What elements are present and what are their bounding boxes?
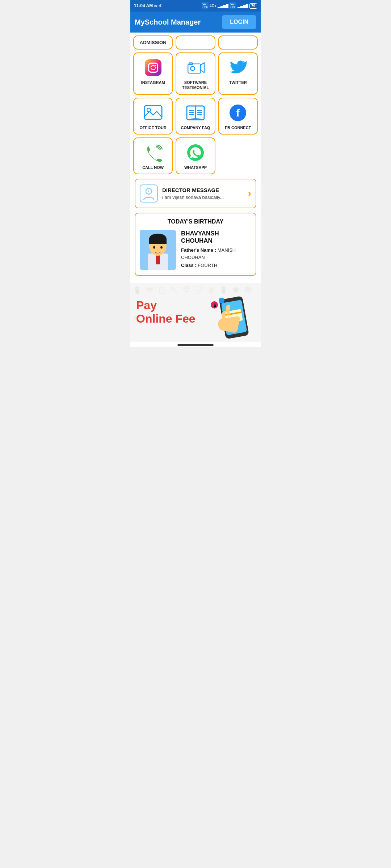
camera-icon-area — [186, 58, 205, 77]
software-testimonial-button[interactable]: SOFTWARETESTIMONIAL — [176, 52, 215, 95]
header: MySchool Manager LOGIN — [130, 12, 261, 33]
instagram-icon — [145, 59, 161, 76]
fb-connect-button[interactable]: f FB CONNECT — [218, 98, 258, 135]
instagram-inner — [148, 63, 158, 73]
software-testimonial-label: SOFTWARETESTIMONIAL — [182, 80, 209, 90]
whatsapp-button[interactable]: WHATSAPP — [176, 137, 215, 174]
sim-icon: ✉ — [154, 4, 157, 8]
chevron-right-icon: › — [248, 188, 251, 199]
svg-rect-22 — [149, 239, 167, 244]
director-title: DIRECTOR MESSAGE — [162, 187, 244, 193]
empty-button-2 — [218, 35, 258, 50]
svg-marker-1 — [201, 63, 204, 72]
student-name: BHAVYANSH CHOUHAN — [181, 230, 251, 244]
class-name: FOURTH — [198, 263, 217, 268]
svg-point-16 — [148, 188, 150, 189]
twitter-button[interactable]: TWITTER — [218, 52, 258, 95]
whatsapp-icon-area — [186, 143, 205, 162]
svg-point-25 — [157, 250, 159, 251]
call-icon: ď — [159, 4, 161, 8]
phone-svg: 📱 — [208, 290, 255, 337]
twitter-icon-area — [228, 58, 247, 77]
book-icon — [186, 105, 205, 121]
director-avatar-icon — [142, 186, 156, 201]
status-bar: 11:04 AM ✉ ď VoLTE 4G+ ▂▄▆█ VoLTE ▂▄▆█ 7… — [130, 0, 261, 12]
instagram-dot — [155, 65, 156, 66]
main-content: ADMISSION INSTAGRAM — [130, 33, 261, 283]
director-avatar — [140, 184, 158, 203]
student-photo — [140, 230, 176, 270]
pay-line1: Pay — [136, 299, 196, 312]
time-display: 11:04 AM — [134, 3, 153, 8]
director-message-card[interactable]: DIRECTOR MESSAGE i am vijesh sonava basi… — [135, 179, 256, 208]
book-icon-area — [186, 103, 205, 122]
volte-icon-2: VoLTE — [230, 2, 236, 9]
home-indicator — [177, 344, 214, 346]
pay-text-block: Pay Online Fee — [136, 299, 196, 326]
phone-icon — [145, 144, 161, 161]
signal-bars-2: ▂▄▆█ — [237, 4, 248, 8]
svg-rect-4 — [144, 106, 162, 119]
pay-line2: Online Fee — [136, 312, 196, 326]
instagram-label: INSTAGRAM — [141, 80, 165, 85]
director-text: DIRECTOR MESSAGE i am vijesh sonava basi… — [162, 187, 244, 200]
instagram-icon-area — [144, 58, 163, 77]
empty-slot — [218, 137, 258, 174]
twitter-label: TWITTER — [229, 80, 247, 85]
signal-bars-1: ▂▄▆█ — [218, 4, 228, 8]
facebook-icon: f — [230, 105, 246, 121]
image-icon-area — [144, 103, 163, 122]
twitter-icon — [229, 59, 247, 76]
birthday-title: TODAY'S BIRTHDAY — [140, 218, 251, 225]
facebook-icon-area: f — [228, 103, 247, 122]
nav-bar — [130, 341, 261, 347]
pay-online-banner[interactable]: 📱💳📋✏️ 📅📝💰📱 🎓📚💳📋 Pay Online Fee 📱 — [130, 283, 261, 341]
director-subtitle: i am vijesh sonava basically... — [162, 195, 244, 200]
admission-button[interactable]: ADMISSION — [133, 35, 173, 50]
volte-icon: VoLTE — [202, 2, 209, 9]
empty-button-1 — [176, 35, 215, 50]
instagram-button[interactable]: INSTAGRAM — [133, 52, 173, 95]
pay-phone-illustration: 📱 — [208, 290, 255, 334]
app-title: MySchool Manager — [135, 18, 201, 26]
call-now-button[interactable]: CALL NOW — [133, 137, 173, 174]
fb-connect-label: FB CONNECT — [225, 125, 251, 130]
svg-point-23 — [153, 246, 155, 249]
icon-grid-row4: CALL NOW WHATSAPP — [133, 137, 258, 174]
svg-point-24 — [160, 246, 163, 249]
status-left: 11:04 AM ✉ ď — [134, 3, 161, 8]
whatsapp-label: WHATSAPP — [184, 165, 207, 170]
icon-grid-row3: OFFICE TOUR COMPANY FAQ — [133, 98, 258, 135]
image-icon — [144, 105, 163, 121]
company-faq-button[interactable]: COMPANY FAQ — [176, 98, 215, 135]
battery-display: 79 — [249, 3, 257, 9]
signal-4g: 4G+ — [210, 4, 216, 8]
class-info: Class : FOURTH — [181, 262, 251, 269]
birthday-content: BHAVYANSH CHOUHAN Father's Name : MANISH… — [140, 230, 251, 270]
status-right: VoLTE 4G+ ▂▄▆█ VoLTE ▂▄▆█ 79 — [202, 2, 257, 9]
login-button[interactable]: LOGIN — [222, 15, 256, 29]
svg-point-31 — [219, 298, 224, 303]
birthday-card: TODAY'S BIRTHDAY — [135, 213, 256, 276]
phone-icon-area — [144, 143, 163, 162]
svg-text:📱: 📱 — [213, 303, 218, 308]
student-info: BHAVYANSH CHOUHAN Father's Name : MANISH… — [181, 230, 251, 270]
camera-icon — [187, 60, 204, 75]
call-now-label: CALL NOW — [142, 165, 164, 170]
svg-point-5 — [147, 108, 151, 112]
office-tour-button[interactable]: OFFICE TOUR — [133, 98, 173, 135]
admission-row: ADMISSION — [133, 35, 258, 50]
svg-point-2 — [190, 67, 194, 71]
company-faq-label: COMPANY FAQ — [181, 125, 210, 130]
student-image — [140, 230, 176, 270]
father-info: Father's Name : MANISH CHOUHAN — [181, 247, 251, 261]
office-tour-label: OFFICE TOUR — [139, 125, 166, 130]
whatsapp-icon — [187, 144, 204, 161]
icon-grid-row2: INSTAGRAM SOFTWARETESTIMONIAL TWITTER — [133, 52, 258, 95]
